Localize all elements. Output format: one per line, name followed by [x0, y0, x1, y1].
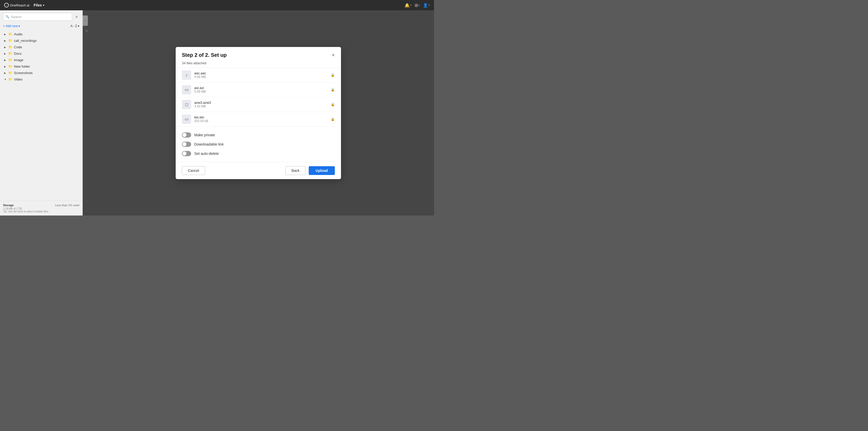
- bell-button[interactable]: 🔔 ▾: [405, 3, 411, 8]
- file-lock-icon: 🔒: [331, 73, 335, 77]
- option-row-set_auto_delete: Set auto-delete: [182, 149, 335, 158]
- search-icon: 🔍: [5, 15, 9, 19]
- navbar: ○ OneReach.ai Files ▾ 🔔 ▾ ⊞ ▾ 👤 ▾: [0, 0, 434, 10]
- sidebar-item-new_folder[interactable]: ▶📁New folder: [0, 63, 83, 70]
- file-size: 3.43 MB: [194, 104, 328, 108]
- modal-footer: Cancel Back Upload: [176, 162, 341, 179]
- file-size: 5.59 MB: [194, 90, 328, 93]
- storage-tip: Tip: Use ⌘+Click to select multiple file…: [3, 210, 79, 213]
- sidebar-item-label: Code: [14, 45, 22, 49]
- option-label-set_auto_delete: Set auto-delete: [194, 152, 219, 156]
- search-input[interactable]: 🔍 Search: [3, 13, 72, 21]
- main-content: ‹ ↻ Step 2 of 2. Set up × 34 files attac…: [83, 10, 434, 216]
- tree-arrow-icon: ▼: [4, 78, 7, 81]
- toggle-knob: [182, 142, 187, 146]
- toggle-downloadable_link[interactable]: [182, 142, 191, 147]
- sidebar-item-label: New folder: [14, 65, 30, 68]
- toggle-set_auto_delete[interactable]: [182, 151, 191, 156]
- file-size: 252.54 kB: [194, 119, 328, 123]
- bell-chevron: ▾: [410, 4, 411, 6]
- sidebar-item-label: call_recordings: [14, 39, 36, 42]
- sidebar-item-docs[interactable]: ▶📁Docs: [0, 50, 83, 57]
- tree-arrow-icon: ▶: [4, 59, 7, 61]
- sidebar-item-code[interactable]: ▶📁Code: [0, 44, 83, 50]
- modal-header: Step 2 of 2. Set up ×: [176, 47, 341, 61]
- filter-icon[interactable]: ≡: [74, 14, 79, 20]
- file-thumb-icon: ▭: [182, 85, 191, 95]
- option-row-make_private: Make private: [182, 130, 335, 140]
- file-lock-icon: 🔒: [331, 117, 335, 121]
- file-list-item: ▭bin.bin252.54 kB🔒: [176, 112, 341, 127]
- sidebar-item-audio[interactable]: ▶📁Audio: [0, 31, 83, 37]
- sidebar-item-label: Video: [14, 77, 23, 81]
- folder-icon: 📁: [8, 71, 12, 75]
- file-tree: ▶📁Audio▶📁call_recordings▶📁Code▶📁Docs▶📁Im…: [0, 30, 83, 201]
- file-lock-icon: 🔒: [331, 88, 335, 92]
- search-placeholder: Search: [11, 15, 22, 19]
- bell-icon: 🔔: [405, 3, 410, 8]
- add-new-button[interactable]: + Add new ▾: [3, 24, 20, 28]
- folder-icon: 📁: [8, 52, 12, 56]
- tree-arrow-icon: ▶: [4, 46, 7, 48]
- tree-arrow-icon: ▶: [4, 65, 7, 68]
- tree-arrow-icon: ▶: [4, 33, 7, 36]
- sidebar-item-video[interactable]: ▼📁Video: [0, 76, 83, 82]
- file-info: aac.aac4.06 MB: [194, 71, 328, 79]
- folder-icon: 📁: [8, 58, 12, 62]
- toggle-make_private[interactable]: [182, 132, 191, 138]
- upload-button[interactable]: Upload: [309, 166, 335, 175]
- files-nav-label: Files: [34, 3, 42, 7]
- sort-label: A - Z: [70, 24, 77, 28]
- toggle-knob: [182, 152, 187, 156]
- option-label-make_private: Make private: [194, 133, 215, 137]
- files-nav-chevron: ▾: [43, 4, 44, 7]
- grid-button[interactable]: ⊞ ▾: [414, 3, 420, 8]
- user-icon: 👤: [423, 3, 428, 8]
- option-row-downloadable_link: Downloadable link: [182, 140, 335, 149]
- file-lock-icon: 🔒: [331, 102, 335, 106]
- back-button[interactable]: Back: [285, 166, 305, 175]
- file-name: aac.aac: [194, 71, 328, 75]
- file-name: azw3.azw3: [194, 101, 328, 104]
- file-size: 4.06 MB: [194, 75, 328, 79]
- add-new-label: + Add new: [3, 24, 18, 28]
- toggle-knob: [182, 133, 187, 137]
- storage-detail: 1.39 MB of 1 TB: [3, 207, 79, 210]
- sidebar-search-row: 🔍 Search ≡: [0, 10, 83, 23]
- brand-name: OneReach.ai: [10, 3, 29, 7]
- folder-icon: 📁: [8, 39, 12, 42]
- tree-arrow-icon: ▶: [4, 39, 7, 42]
- upload-setup-modal: Step 2 of 2. Set up × 34 files attached …: [176, 47, 341, 179]
- option-label-downloadable_link: Downloadable link: [194, 142, 224, 146]
- modal-options: Make privateDownloadable linkSet auto-de…: [176, 127, 341, 162]
- file-thumb-icon: ▭: [182, 114, 191, 124]
- file-list-item: ◻azw3.azw33.43 MB🔒: [176, 97, 341, 112]
- file-thumb-icon: ◻: [182, 100, 191, 109]
- file-thumb-icon: ♪: [182, 70, 191, 80]
- sidebar-item-screenshots[interactable]: ▶📁Screenshots: [0, 70, 83, 76]
- cancel-button[interactable]: Cancel: [182, 166, 205, 175]
- modal-footer-right: Back Upload: [285, 166, 335, 175]
- file-info: avi.avi5.59 MB: [194, 86, 328, 93]
- modal-files-count: 34 files attached: [176, 61, 341, 68]
- app-logo[interactable]: ○ OneReach.ai: [4, 3, 29, 7]
- sidebar-item-label: Image: [14, 58, 23, 62]
- grid-icon: ⊞: [414, 3, 418, 8]
- modal-close-button[interactable]: ×: [332, 53, 335, 58]
- file-list-item: ♪aac.aac4.06 MB🔒: [176, 68, 341, 82]
- storage-section: Storage Less than 1% used 1.39 MB of 1 T…: [0, 201, 83, 216]
- file-info: bin.bin252.54 kB: [194, 115, 328, 123]
- sidebar-actions: + Add new ▾ A - Z ▾: [0, 23, 83, 30]
- sort-button[interactable]: A - Z ▾: [70, 24, 79, 28]
- modal-title: Step 2 of 2. Set up: [182, 52, 226, 58]
- sidebar-item-image[interactable]: ▶📁Image: [0, 57, 83, 63]
- sort-chevron: ▾: [78, 24, 79, 28]
- files-nav[interactable]: Files ▾: [34, 3, 44, 7]
- storage-used: Less than 1% used: [55, 204, 79, 207]
- user-chevron: ▾: [429, 4, 430, 6]
- user-button[interactable]: 👤 ▾: [423, 3, 430, 8]
- file-name: bin.bin: [194, 115, 328, 119]
- sidebar-item-call_recordings[interactable]: ▶📁call_recordings: [0, 37, 83, 44]
- folder-icon: 📁: [8, 77, 12, 81]
- file-list: ♪aac.aac4.06 MB🔒▭avi.avi5.59 MB🔒◻azw3.az…: [176, 68, 341, 127]
